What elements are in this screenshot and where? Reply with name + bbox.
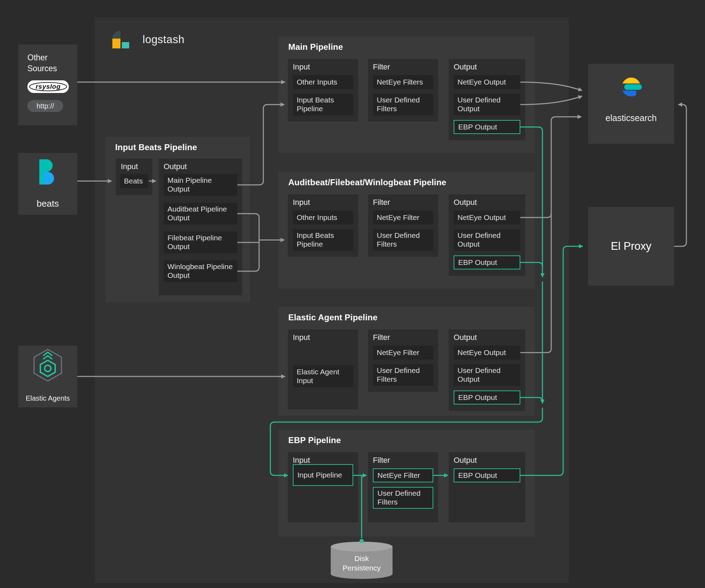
elasticsearch-label: elasticsearch (588, 113, 674, 123)
column-title: Filter (373, 62, 390, 72)
node-user-defined-output: User Defined Output (454, 94, 520, 115)
ebp-input-column: Input Input Pipeline (288, 452, 358, 522)
ebp-output-column: Output EBP Output (449, 452, 525, 522)
column-title: Input (121, 162, 138, 171)
main-input-column: Input Other Inputs Input Beats Pipeline (288, 59, 358, 121)
node-neteye-output: NetEye Output (454, 75, 520, 89)
node-user-defined-output: User Defined Output (454, 229, 520, 251)
logstash-wordmark: logstash (143, 33, 184, 46)
column-title: Output (454, 456, 477, 465)
node-ebp-output: EBP Output (454, 390, 520, 405)
auditbeat-pipeline-panel: Auditbeat/Filebeat/Winlogbeat Pipeline I… (278, 172, 535, 288)
node-ebp-output: EBP Output (454, 468, 520, 482)
node-neteye-filter: NetEye Filter (373, 346, 433, 360)
el-proxy-label: El Proxy (588, 207, 674, 286)
agent-filter-column: Filter NetEye Filter User Defined Filter… (368, 329, 438, 392)
auditbeat-output-column: Output NetEye Output User Defined Output… (449, 194, 525, 276)
logstash-header: logstash (110, 29, 184, 51)
ebp-filter-column: Filter NetEye Filter User Defined Filter… (368, 452, 438, 522)
node-neteye-filter: NetEye Filter (373, 211, 433, 225)
node-winlogbeat-pipeline-output: Winlogbeat Pipeline Output (164, 260, 237, 282)
node-input-beats-pipeline: Input Beats Pipeline (293, 94, 353, 115)
node-main-pipeline-output: Main Pipeline Output (164, 174, 237, 196)
pipeline-title: Elastic Agent Pipeline (288, 313, 377, 322)
beats-logo-icon (37, 158, 59, 186)
beats-label: beats (18, 198, 77, 209)
elastic-agent-icon (31, 348, 65, 382)
node-neteye-filter: NetEye Filter (373, 468, 433, 482)
diagram-canvas: logstash Other Sources rsyslog http:// b… (0, 0, 705, 588)
node-auditbeat-pipeline-output: Auditbeat Pipeline Output (164, 203, 237, 225)
other-sources-box: Other Sources rsyslog http:// (18, 45, 77, 125)
elastic-agent-pipeline-panel: Elastic Agent Pipeline Input Elastic Age… (278, 307, 535, 416)
http-label: http:// (37, 102, 54, 110)
column-title: Output (454, 333, 477, 342)
node-neteye-output: NetEye Output (454, 211, 520, 225)
main-pipeline-panel: Main Pipeline Input Other Inputs Input B… (278, 36, 535, 153)
node-elastic-agent-input: Elastic Agent Input (293, 366, 353, 387)
beats-box: beats (18, 153, 77, 215)
pipeline-title: Main Pipeline (288, 42, 343, 52)
pipeline-title: Auditbeat/Filebeat/Winlogbeat Pipeline (288, 178, 446, 187)
ibp-input-column: Input Beats (116, 159, 152, 195)
column-title: Output (164, 162, 187, 171)
pipeline-title: EBP Pipeline (288, 435, 341, 445)
pipeline-title: Input Beats Pipeline (115, 142, 197, 152)
agent-output-column: Output NetEye Output User Defined Output… (449, 329, 525, 411)
elasticsearch-box: elasticsearch (588, 64, 674, 144)
column-title: Filter (373, 198, 390, 207)
logstash-logo-icon (110, 29, 131, 51)
node-user-defined-filters: User Defined Filters (373, 229, 433, 251)
elastic-agents-box: Elastic Agents (18, 346, 77, 407)
column-title: Filter (373, 333, 390, 342)
rsyslog-logo: rsyslog (27, 80, 69, 93)
node-filebeat-pipeline-output: Filebeat Pipeline Output (164, 232, 237, 253)
column-title: Output (454, 198, 477, 207)
node-other-inputs: Other Inputs (293, 211, 353, 225)
node-neteye-filters: NetEye Filters (373, 75, 433, 89)
other-sources-title: Other Sources (27, 52, 64, 74)
column-title: Output (454, 62, 477, 72)
node-user-defined-output: User Defined Output (454, 364, 520, 386)
node-input-pipeline: Input Pipeline (293, 464, 353, 486)
elastic-agents-label: Elastic Agents (18, 394, 77, 402)
el-proxy-box: El Proxy (588, 207, 674, 286)
ibp-output-column: Output Main Pipeline Output Auditbeat Pi… (159, 159, 242, 295)
node-ebp-output: EBP Output (454, 120, 520, 134)
column-title: Input (293, 62, 310, 72)
node-ebp-output: EBP Output (454, 255, 520, 269)
node-beats: Beats (120, 174, 148, 188)
elasticsearch-logo-icon (621, 76, 642, 98)
auditbeat-filter-column: Filter NetEye Filter User Defined Filter… (368, 194, 438, 257)
ebp-pipeline-panel: EBP Pipeline Input Input Pipeline Filter… (278, 430, 535, 536)
column-title: Filter (373, 456, 390, 465)
node-user-defined-filters: User Defined Filters (373, 94, 433, 115)
main-output-column: Output NetEye Output User Defined Output… (449, 59, 525, 140)
column-title: Input (293, 198, 310, 207)
main-filter-column: Filter NetEye Filters User Defined Filte… (368, 59, 438, 121)
node-user-defined-filters: User Defined Filters (373, 364, 433, 386)
auditbeat-input-column: Input Other Inputs Input Beats Pipeline (288, 194, 358, 257)
column-title: Input (293, 456, 310, 465)
http-badge: http:// (27, 100, 63, 112)
column-title: Input (293, 333, 310, 342)
rsyslog-label: rsyslog (35, 83, 60, 91)
edge-elproxy-to-es (674, 105, 686, 246)
node-user-defined-filters: User Defined Filters (373, 487, 433, 509)
node-other-inputs: Other Inputs (293, 75, 353, 89)
disk-persistency-label: Disk Persistency (327, 554, 397, 573)
agent-input-column: Input Elastic Agent Input (288, 329, 358, 409)
node-input-beats-pipeline: Input Beats Pipeline (293, 229, 353, 251)
node-neteye-output: NetEye Output (454, 346, 520, 360)
input-beats-pipeline-panel: Input Beats Pipeline Input Beats Output … (105, 137, 250, 302)
